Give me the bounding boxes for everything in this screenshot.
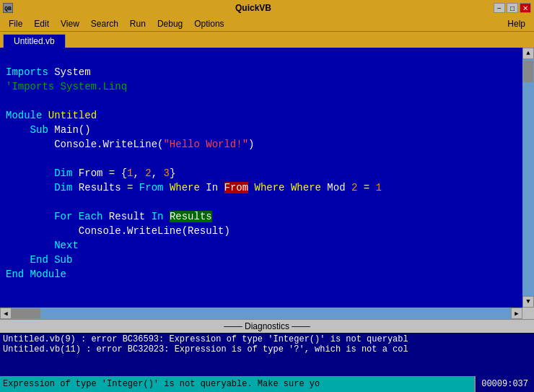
- status-bar: Expression of type 'Integer()' is not qu…: [0, 376, 534, 392]
- menu-run[interactable]: Run: [124, 17, 152, 30]
- menu-file[interactable]: File: [3, 17, 28, 30]
- scroll-right-arrow[interactable]: ▶: [511, 308, 522, 319]
- horizontal-scrollbar[interactable]: ◀ ▶: [0, 308, 534, 319]
- title-controls: − □ ✕: [494, 3, 531, 13]
- diagnostics-header: ─── Diagnostics ───: [0, 319, 534, 333]
- menu-view[interactable]: View: [55, 17, 85, 30]
- tab-bar: Untitled.vb: [0, 32, 534, 48]
- scroll-down-arrow[interactable]: ▼: [522, 296, 534, 308]
- cursor-position: 00009:037: [474, 376, 534, 392]
- scroll-up-arrow[interactable]: ▲: [522, 48, 534, 59]
- diagnostics-line-2: Untitled.vb(11) : error BC32023: Express…: [3, 344, 531, 354]
- status-message: Expression of type 'Integer()' is not qu…: [0, 376, 474, 392]
- maximize-button[interactable]: □: [507, 3, 518, 13]
- close-button[interactable]: ✕: [520, 3, 531, 13]
- title-bar: QB QuickVB − □ ✕: [0, 0, 534, 16]
- menu-help[interactable]: Help: [502, 17, 531, 30]
- diagnostics-line-1: Untitled.vb(9) : error BC36593: Expressi…: [3, 334, 531, 344]
- scrollbar-corner: [522, 308, 534, 319]
- menu-search[interactable]: Search: [85, 17, 124, 30]
- title-bar-left: QB: [3, 3, 13, 13]
- scroll-left-arrow[interactable]: ◀: [0, 308, 12, 319]
- menu-edit[interactable]: Edit: [28, 17, 55, 30]
- tab-untitled[interactable]: Untitled.vb: [3, 34, 66, 48]
- app-icon: QB: [3, 3, 13, 13]
- minimize-button[interactable]: −: [494, 3, 505, 13]
- diagnostics-area: Untitled.vb(9) : error BC36593: Expressi…: [0, 333, 534, 376]
- scroll-h-track[interactable]: [12, 308, 511, 319]
- scroll-h-thumb[interactable]: [12, 308, 40, 318]
- menu-options[interactable]: Options: [188, 17, 229, 30]
- scroll-thumb[interactable]: [523, 61, 533, 82]
- vertical-scrollbar[interactable]: ▲ ▼: [522, 48, 534, 308]
- editor-container: Imports System 'Imports System.Linq Modu…: [0, 48, 534, 308]
- menu-bar: File Edit View Search Run Debug Options …: [0, 16, 534, 32]
- menu-debug[interactable]: Debug: [152, 17, 188, 30]
- editor-content[interactable]: Imports System 'Imports System.Linq Modu…: [0, 48, 522, 308]
- window-title: QuickVB: [13, 3, 494, 13]
